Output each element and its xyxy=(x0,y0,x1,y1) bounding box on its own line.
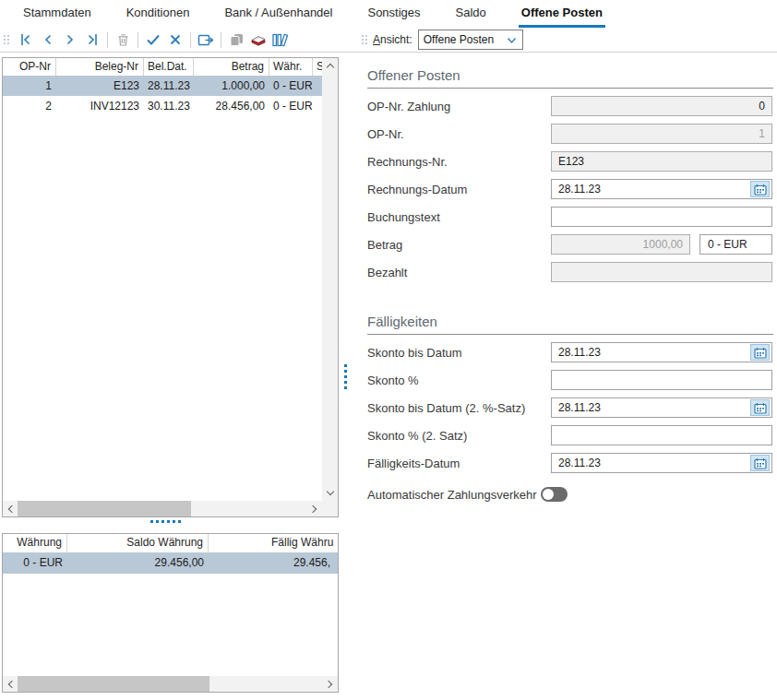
toolbar-separator xyxy=(107,32,108,48)
chevron-down-icon xyxy=(507,37,517,44)
trash-icon xyxy=(115,32,131,48)
field-row-rechnungs-datum: Rechnungs-Datum 28.11.23 xyxy=(367,179,773,199)
scrollbar-corner xyxy=(322,501,338,516)
vertical-splitter-handle[interactable] xyxy=(344,364,347,389)
field-label: Skonto % (2. Satz) xyxy=(367,429,551,443)
copy-icon xyxy=(229,32,245,47)
column-header-bel-dat[interactable]: Bel.Dat. xyxy=(144,58,194,76)
field-label: OP-Nr. xyxy=(367,127,551,141)
field-row-betrag: Betrag 1000,00 0 - EUR xyxy=(367,234,773,255)
delete-button[interactable] xyxy=(112,30,134,50)
calendar-button[interactable] xyxy=(750,455,770,471)
column-header-waehr[interactable]: Währ. xyxy=(269,58,313,76)
scroll-left-arrow[interactable] xyxy=(3,676,18,692)
saldo-table: Währung Saldo Währung Fällig Währu 0 - E… xyxy=(2,533,339,693)
open-items-table-header: OP-Nr Beleg-Nr Bel.Dat. Betrag Währ. S xyxy=(3,58,322,76)
cell-faellig-waehrung: 29.456, xyxy=(209,552,338,574)
field-row-rechnungs-nr: Rechnungs-Nr. E123 xyxy=(367,151,773,172)
buchungstext-field[interactable] xyxy=(551,207,772,227)
view-selector-group: Ansicht: Offene Posten xyxy=(358,30,523,50)
cancel-button[interactable] xyxy=(164,30,186,50)
toggle-knob xyxy=(543,489,554,500)
scroll-right-arrow[interactable] xyxy=(306,501,322,516)
next-record-icon xyxy=(63,32,78,47)
cell-waehr: 0 - EUR xyxy=(269,96,313,116)
scroll-up-arrow[interactable] xyxy=(322,58,338,74)
tab-stammdaten[interactable]: Stammdaten xyxy=(20,0,94,28)
last-record-button[interactable] xyxy=(81,30,103,50)
tab-bank-aussenhandel[interactable]: Bank / Außenhandel xyxy=(221,0,335,28)
field-label: Betrag xyxy=(367,238,551,252)
cell-betrag: 1.000,00 xyxy=(194,76,269,96)
op-nr-field: 1 xyxy=(551,124,772,144)
rechnungs-datum-field[interactable]: 28.11.23 xyxy=(551,179,772,199)
scrollbar-thumb[interactable] xyxy=(18,501,191,516)
horizontal-splitter-handle[interactable] xyxy=(150,520,181,523)
calendar-button[interactable] xyxy=(750,344,770,361)
column-header-saldo-waehrung[interactable]: Saldo Währung xyxy=(67,534,209,552)
toolbar-grip-icon[interactable] xyxy=(361,33,369,46)
automatischer-zahlungsverkehr-toggle[interactable] xyxy=(541,487,568,502)
cell-bel-dat: 28.11.23 xyxy=(144,76,194,96)
scroll-left-arrow[interactable] xyxy=(3,501,18,516)
skonto-bis-datum-field[interactable]: 28.11.23 xyxy=(551,342,772,362)
field-label: Skonto bis Datum xyxy=(367,346,551,360)
previous-record-button[interactable] xyxy=(37,30,59,50)
table-row[interactable]: 2 INV12123 30.11.23 28.456,00 0 - EUR xyxy=(3,96,322,116)
column-header-faellig-waehrung[interactable]: Fällig Währu xyxy=(209,534,338,552)
journal-books-icon xyxy=(272,32,289,48)
first-record-icon xyxy=(18,32,33,47)
cell-op-nr: 2 xyxy=(3,96,56,116)
first-record-button[interactable] xyxy=(15,30,37,50)
field-label: Automatischer Zahlungsverkehr xyxy=(367,488,537,502)
faelligkeits-datum-field[interactable]: 28.11.23 xyxy=(551,453,772,473)
view-dropdown[interactable]: Offene Posten xyxy=(418,30,523,50)
copy-button[interactable] xyxy=(225,30,247,50)
next-record-button[interactable] xyxy=(59,30,81,50)
column-header-op-nr[interactable]: OP-Nr xyxy=(3,58,56,76)
scroll-right-arrow[interactable] xyxy=(322,676,338,692)
skonto-prozent-2-field[interactable] xyxy=(551,425,772,445)
cell-saldo-waehrung: 29.456,00 xyxy=(67,552,209,574)
rechnungs-nr-field: E123 xyxy=(551,151,772,172)
column-header-beleg-nr[interactable]: Beleg-Nr xyxy=(56,58,144,76)
tab-sonstiges[interactable]: Sonstiges xyxy=(365,0,423,28)
field-label: Skonto bis Datum (2. %-Satz) xyxy=(367,401,551,415)
column-header-s[interactable]: S xyxy=(313,58,322,76)
check-icon xyxy=(145,32,161,47)
skonto-prozent-field[interactable] xyxy=(551,370,772,390)
horizontal-scrollbar[interactable] xyxy=(3,501,322,516)
table-row[interactable]: 0 - EUR 29.456,00 29.456, xyxy=(3,552,338,574)
currency-selector[interactable]: 0 - EUR xyxy=(699,234,772,255)
table-row[interactable]: 1 E123 28.11.23 1.000,00 0 - EUR xyxy=(3,76,322,96)
scroll-down-arrow[interactable] xyxy=(322,485,338,501)
vertical-scrollbar[interactable] xyxy=(322,58,338,501)
calendar-button[interactable] xyxy=(750,181,770,197)
horizontal-scrollbar[interactable] xyxy=(3,676,338,692)
journal-button[interactable] xyxy=(269,30,292,50)
view-dropdown-value: Offene Posten xyxy=(424,33,495,46)
skonto-bis-datum-2-field[interactable]: 28.11.23 xyxy=(551,397,772,418)
column-header-waehrung[interactable]: Währung xyxy=(3,534,67,552)
field-row-automatischer-zahlungsverkehr: Automatischer Zahlungsverkehr xyxy=(367,484,773,504)
calendar-icon xyxy=(754,347,767,359)
column-header-betrag[interactable]: Betrag xyxy=(194,58,269,76)
last-record-icon xyxy=(85,32,100,47)
section-title-faelligkeiten: Fälligkeiten xyxy=(367,313,773,335)
tab-konditionen[interactable]: Konditionen xyxy=(124,0,193,28)
field-row-skonto-bis-datum-2: Skonto bis Datum (2. %-Satz) 28.11.23 xyxy=(367,397,773,418)
toolbar-grip-icon[interactable] xyxy=(3,33,11,46)
accept-button[interactable] xyxy=(142,30,164,50)
transfer-button[interactable] xyxy=(195,30,217,50)
bezahlt-field xyxy=(551,262,772,282)
tab-saldo[interactable]: Saldo xyxy=(453,0,489,28)
transfer-icon xyxy=(197,32,215,48)
betrag-field: 1000,00 xyxy=(551,234,690,255)
calendar-button[interactable] xyxy=(750,399,770,416)
toolbar-separator xyxy=(137,32,138,48)
field-label: Buchungstext xyxy=(367,210,551,224)
report-book-icon xyxy=(249,32,268,47)
tab-offene-posten[interactable]: Offene Posten xyxy=(519,0,605,28)
report-book-button[interactable] xyxy=(247,30,269,50)
scrollbar-thumb[interactable] xyxy=(18,676,209,692)
